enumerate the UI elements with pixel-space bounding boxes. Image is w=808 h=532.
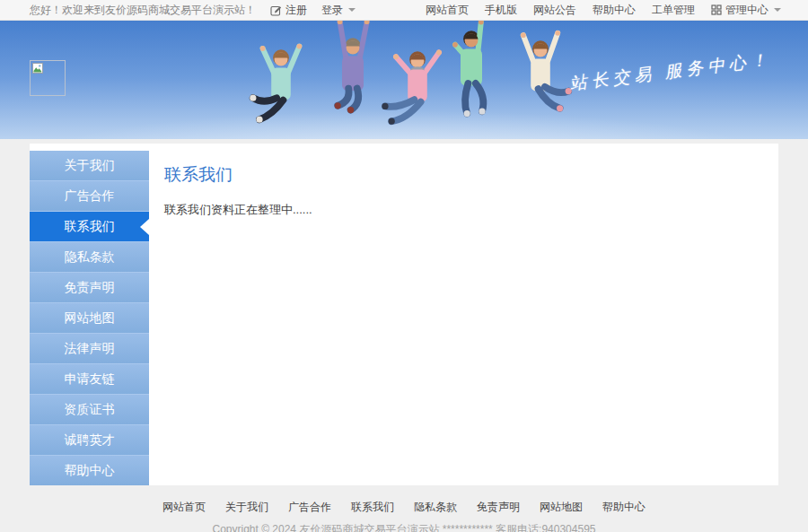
topbar-nav-item[interactable]: 网站公告	[533, 3, 576, 18]
topbar-nav-item[interactable]: 手机版	[485, 3, 517, 18]
footer-link[interactable]: 网站地图	[540, 500, 583, 515]
main-section: 关于我们广告合作联系我们隐私条款免责声明网站地图法律声明申请友链资质证书诚聘英才…	[0, 139, 808, 485]
content-panel: 关于我们广告合作联系我们隐私条款免责声明网站地图法律声明申请友链资质证书诚聘英才…	[30, 144, 778, 485]
content-area: 联系我们 联系我们资料正在整理中......	[164, 144, 778, 218]
topbar: 您好！欢迎来到友价源码商城交易平台演示站！ 注册 登录 网站首页手机版网站公告帮…	[0, 0, 808, 21]
footer-link[interactable]: 广告合作	[288, 500, 331, 515]
edit-icon	[270, 4, 282, 16]
footer-link[interactable]: 关于我们	[225, 500, 268, 515]
sidebar-item-certificates[interactable]: 资质证书	[30, 395, 149, 425]
greeting-text: 您好！欢迎来到友价源码商城交易平台演示站！	[30, 3, 256, 18]
login-link[interactable]: 登录	[321, 3, 356, 18]
login-label: 登录	[321, 3, 343, 18]
sidebar-item-sitemap[interactable]: 网站地图	[30, 303, 149, 334]
broken-image-icon	[32, 63, 44, 74]
sidebar-item-help-center[interactable]: 帮助中心	[30, 456, 149, 485]
site-logo[interactable]	[30, 60, 66, 96]
sidebar-item-legal-notice[interactable]: 法律声明	[30, 334, 149, 364]
chevron-down-icon	[348, 8, 356, 12]
footer-links: 网站首页关于我们广告合作联系我们隐私条款免责声明网站地图帮助中心	[0, 500, 808, 515]
footer-link[interactable]: 帮助中心	[602, 500, 646, 515]
topbar-nav-item[interactable]: 工单管理	[652, 3, 695, 18]
sidebar-item-about-us[interactable]: 关于我们	[30, 151, 149, 181]
footer-link[interactable]: 隐私条款	[414, 500, 457, 515]
footer: 网站首页关于我们广告合作联系我们隐私条款免责声明网站地图帮助中心 Copyrig…	[0, 485, 808, 532]
sidebar-item-privacy-terms[interactable]: 隐私条款	[30, 242, 149, 273]
topbar-nav-item[interactable]: 网站首页	[426, 3, 469, 18]
page-body-text: 联系我们资料正在整理中......	[164, 202, 760, 218]
page-title: 联系我们	[164, 163, 760, 187]
footer-link[interactable]: 免责声明	[477, 500, 520, 515]
topbar-nav: 网站首页手机版网站公告帮助中心工单管理	[426, 3, 695, 18]
sidebar-item-disclaimer[interactable]: 免责声明	[30, 273, 149, 303]
chevron-down-icon	[774, 8, 781, 12]
topbar-nav-item[interactable]: 帮助中心	[593, 3, 636, 18]
footer-link[interactable]: 网站首页	[162, 500, 206, 515]
register-label: 注册	[285, 3, 307, 18]
admin-center-label: 管理中心	[725, 3, 768, 18]
sidebar-item-friend-links[interactable]: 申请友链	[30, 364, 149, 395]
sidebar-menu: 关于我们广告合作联系我们隐私条款免责声明网站地图法律声明申请友链资质证书诚聘英才…	[30, 151, 149, 485]
register-link[interactable]: 注册	[270, 3, 307, 18]
admin-center-link[interactable]: 管理中心	[711, 3, 781, 18]
sidebar-item-careers[interactable]: 诚聘英才	[30, 425, 149, 456]
copyright-text: Copyright © 2024 友价源码商城交易平台演示站 *********…	[0, 522, 808, 532]
sidebar-item-ad-cooperation[interactable]: 广告合作	[30, 181, 149, 212]
sidebar-item-contact-us[interactable]: 联系我们	[30, 212, 149, 242]
grid-icon	[711, 4, 722, 15]
banner: 站长交易 服务中心！	[0, 21, 808, 139]
footer-link[interactable]: 联系我们	[351, 500, 394, 515]
